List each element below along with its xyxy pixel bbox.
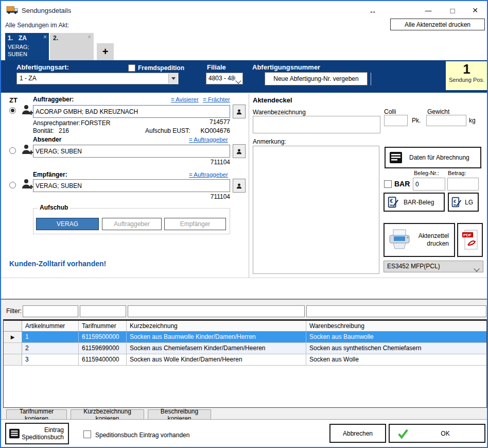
- resize-icon[interactable]: ↔: [364, 5, 381, 16]
- colli-label: Colli: [384, 108, 396, 115]
- avisierer-link[interactable]: = Avisierer: [171, 96, 199, 102]
- copy-kurzbezeichnung-button[interactable]: Kurzbezeichnung kopieren: [71, 409, 144, 420]
- cell-kurzbezeichnung[interactable]: Socken aus Wolle Kinder/Damen/Heeren: [127, 354, 306, 365]
- copy-tarifnummer-button[interactable]: Tarifnummer kopieren: [6, 409, 67, 420]
- fraechter-link[interactable]: = Frächter: [203, 96, 230, 102]
- cell-kurzbezeichnung[interactable]: Socken aus Chemiefasern Kinder/Damen/Hee…: [127, 343, 306, 354]
- sendung-pos-count: 1: [446, 61, 487, 77]
- euro-receipt-icon: €: [387, 196, 399, 209]
- sendung-pos-box: 1 Sendung Pos.: [446, 61, 487, 90]
- filter-warenbeschreibung-input[interactable]: [306, 305, 486, 317]
- column-header-artikelnummer[interactable]: Artikelnummer: [22, 321, 79, 331]
- cell-tarifnummer[interactable]: 61159500000: [79, 332, 127, 342]
- tab-shipment-2[interactable]: 2. ×: [50, 33, 94, 60]
- printer-select-value: ES3452 MFP(PCL): [387, 263, 440, 270]
- aufschub-verag-button[interactable]: VERAG: [36, 218, 99, 230]
- empfaenger-radio[interactable]: [9, 182, 16, 188]
- cell-warenbeschreibung[interactable]: Socken aus Baumwolle: [306, 332, 486, 342]
- pdf-button[interactable]: PDF: [457, 223, 483, 257]
- table-row-1-selected[interactable]: ▶ 1 61159500000 Socken aus Baumwolle Kin…: [4, 332, 486, 343]
- minimize-icon[interactable]: —: [420, 5, 437, 16]
- absender-radio[interactable]: [9, 147, 16, 154]
- filter-artikelnummer-input[interactable]: [23, 305, 78, 317]
- euro-receipt-icon: €: [451, 196, 462, 209]
- cell-artikelnummer[interactable]: 3: [22, 354, 79, 365]
- aktenzettel-drucken-button[interactable]: Aktenzettel drucken: [384, 223, 455, 257]
- fremdspedition-checkbox[interactable]: [128, 64, 135, 72]
- beleg-nr-label: Beleg-Nr.:: [414, 170, 439, 176]
- add-shipment-tab-button[interactable]: +: [97, 43, 114, 60]
- auftraggeber-contact-button[interactable]: [233, 105, 246, 118]
- auftraggeber-input[interactable]: [33, 105, 230, 118]
- absender-contact-button[interactable]: [233, 144, 246, 158]
- gewicht-input[interactable]: [426, 115, 466, 126]
- eintrag-speditionsbuch-button[interactable]: Eintrag Speditionsbuch: [5, 423, 69, 444]
- ansprechpartner-label: Ansprechpartner:: [33, 119, 80, 127]
- row-selector-cell: [4, 343, 22, 354]
- absender-auftraggeber-link[interactable]: = Auftraggeber: [189, 136, 228, 143]
- kunden-zolltarif-note: Kunden-Zolltarif vorhanden!: [9, 260, 106, 268]
- maximize-icon[interactable]: □: [444, 5, 461, 16]
- column-header-tarifnummer[interactable]: Tarifnummer: [79, 321, 127, 331]
- cell-tarifnummer[interactable]: 61159400000: [79, 354, 127, 365]
- empfaenger-contact-button[interactable]: [233, 179, 246, 193]
- aufschub-auftraggeber-button[interactable]: Auftraggeber: [102, 218, 162, 230]
- cell-tarifnummer[interactable]: 61159699000: [79, 343, 127, 354]
- print-all-aktenzettel-button[interactable]: Alle Aktenzettel drucken: [390, 19, 485, 30]
- add-person-icon[interactable]: [22, 144, 34, 156]
- aktendeckel-title: Aktendeckel: [253, 96, 292, 104]
- fremdspedition-label: Fremdspedition: [138, 64, 184, 72]
- close-icon[interactable]: ×: [466, 5, 484, 16]
- table-row-3[interactable]: 3 61159400000 Socken aus Wolle Kinder/Da…: [4, 354, 486, 366]
- absender-label: Absender: [33, 136, 61, 143]
- add-person-icon[interactable]: [22, 104, 34, 116]
- cell-warenbeschreibung[interactable]: Socken aus synthetischen Chemiefasern: [306, 343, 486, 354]
- beleg-nr-input[interactable]: [413, 178, 445, 191]
- footer-bar: Eintrag Speditionsbuch Speditionsbuch Ei…: [1, 419, 487, 447]
- dropdown-arrow-icon[interactable]: [168, 74, 178, 83]
- cell-kurzbezeichnung[interactable]: Socken aus Baumwolle Kinder/Damen/Herren: [127, 332, 306, 342]
- speditionsbuch-checkbox[interactable]: [83, 430, 91, 438]
- printer-select[interactable]: ES3452 MFP(PCL): [384, 261, 483, 272]
- cell-warenbeschreibung[interactable]: Socken aus Wolle: [306, 354, 486, 365]
- filiale-select[interactable]: 4803 - 480: [206, 73, 243, 84]
- anmerkung-textarea[interactable]: [253, 146, 379, 274]
- filter-tarifnummer-input[interactable]: [80, 305, 126, 317]
- empfaenger-auftraggeber-link[interactable]: = Auftraggeber: [189, 171, 228, 178]
- copy-beschreibung-button[interactable]: Beschreibung kopieren: [148, 409, 211, 420]
- auftraggeber-radio[interactable]: [9, 107, 16, 114]
- betrag-input[interactable]: [447, 178, 479, 191]
- abfertigungsart-select[interactable]: 1 - ZA: [16, 73, 179, 84]
- tab2-close-icon[interactable]: ×: [88, 33, 91, 41]
- abfertigungsnummer-label: Abfertigungsnummer: [252, 63, 320, 71]
- cancel-button[interactable]: Abbrechen: [329, 424, 386, 443]
- auftraggeber-account-number: 714577: [197, 118, 230, 126]
- tab1-type: ZA: [19, 35, 27, 42]
- tab1-close-icon[interactable]: ×: [43, 33, 47, 41]
- tab1-line2: VERAG;: [8, 44, 29, 50]
- tab-shipment-1[interactable]: 1. ZA × VERAG; SUBEN: [5, 33, 49, 60]
- lg-button[interactable]: € LG: [448, 193, 479, 212]
- warenbezeichnung-input[interactable]: [253, 116, 380, 133]
- bonitaet-label: Bonität:: [33, 127, 54, 134]
- column-header-warenbeschreibung[interactable]: Warenbeschreibung: [306, 321, 486, 331]
- tab2-number: 2.: [53, 35, 58, 42]
- table-row-2[interactable]: 2 61159699000 Socken aus Chemiefasern Ki…: [4, 343, 486, 354]
- colli-unit-label: Pk.: [412, 117, 421, 124]
- absender-input[interactable]: [33, 145, 230, 158]
- column-header-kurzbezeichnung[interactable]: Kurzbezeichnung: [127, 321, 306, 331]
- person-icon: [236, 147, 242, 156]
- bar-beleg-button[interactable]: € BAR-Beleg: [384, 193, 445, 212]
- cell-artikelnummer[interactable]: 1: [22, 332, 79, 342]
- aufschub-empfaenger-button[interactable]: Empfänger: [164, 218, 226, 230]
- colli-input[interactable]: [384, 115, 408, 126]
- neue-abfertigungsnummer-button[interactable]: Neue Abfertigung-Nr. vergeben: [265, 72, 368, 85]
- add-person-icon[interactable]: [22, 178, 34, 191]
- bar-checkbox[interactable]: [384, 180, 392, 188]
- daten-fuer-abrechnung-button[interactable]: Daten für Abrechnung: [385, 147, 481, 168]
- cell-artikelnummer[interactable]: 2: [22, 343, 79, 354]
- row-selector-cell: [4, 354, 22, 365]
- filter-kurzbezeichnung-input[interactable]: [128, 305, 305, 317]
- empfaenger-input[interactable]: [33, 179, 230, 192]
- ok-button[interactable]: OK: [389, 424, 485, 443]
